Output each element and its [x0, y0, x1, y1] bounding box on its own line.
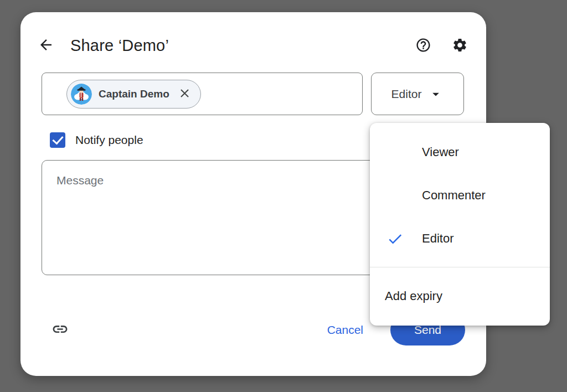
- remove-recipient-button[interactable]: [178, 86, 192, 102]
- captain-avatar: [71, 84, 92, 105]
- menu-item-commenter[interactable]: Commenter: [370, 174, 550, 217]
- help-button[interactable]: [415, 37, 431, 55]
- menu-item-editor[interactable]: Editor: [370, 217, 550, 260]
- permission-dropdown-label: Editor: [391, 87, 422, 101]
- menu-item-label: Add expiry: [385, 289, 442, 303]
- chevron-down-icon: [421, 85, 444, 104]
- recipients-row: Captain Demo Editor: [42, 73, 464, 115]
- gear-icon: [452, 37, 468, 55]
- menu-item-label: Editor: [422, 231, 453, 246]
- settings-button[interactable]: [452, 37, 468, 55]
- notify-checkbox[interactable]: [50, 132, 65, 148]
- permission-dropdown-button[interactable]: Editor: [371, 73, 464, 115]
- menu-item-add-expiry[interactable]: Add expiry: [370, 267, 550, 325]
- check-icon: [386, 230, 404, 250]
- menu-item-label: Viewer: [422, 145, 459, 159]
- dialog-title: Share ‘Demo’: [70, 37, 169, 55]
- back-button[interactable]: [38, 37, 54, 55]
- copy-link-icon: [51, 321, 69, 339]
- recipients-input[interactable]: Captain Demo: [42, 73, 363, 115]
- menu-item-viewer[interactable]: Viewer: [370, 131, 550, 174]
- notify-label: Notify people: [75, 133, 143, 147]
- recipient-chip[interactable]: Captain Demo: [66, 80, 201, 109]
- menu-item-label: Commenter: [422, 188, 486, 203]
- permission-menu: Viewer Commenter Editor Add expiry: [370, 123, 550, 326]
- cancel-button[interactable]: Cancel: [327, 323, 363, 337]
- back-arrow-icon: [38, 37, 54, 55]
- copy-link-button[interactable]: [51, 321, 69, 339]
- close-icon: [178, 86, 192, 102]
- dialog-header: Share ‘Demo’: [20, 12, 486, 55]
- recipient-name: Captain Demo: [99, 88, 169, 100]
- help-icon: [415, 37, 431, 55]
